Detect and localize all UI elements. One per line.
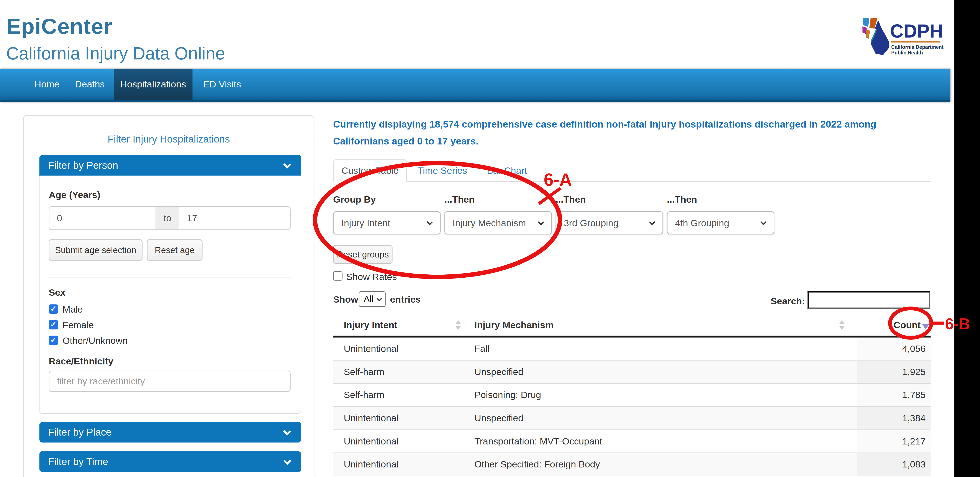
- app-title: EpiCenter: [6, 14, 112, 39]
- column-header-injury-intent[interactable]: Injury Intent: [333, 314, 470, 335]
- show-rates-checkbox[interactable]: [333, 271, 342, 281]
- app-subtitle: California Injury Data Online: [6, 44, 225, 64]
- grouping-select-3[interactable]: 3rd Grouping: [556, 211, 663, 234]
- table-row: Unintentional Unspecified 1,384: [333, 407, 931, 430]
- filter-by-person-header[interactable]: Filter by Person: [40, 155, 301, 176]
- nav-item-hospitalizations[interactable]: Hospitalizations: [114, 69, 192, 100]
- cell-injury-mechanism: Unspecified: [470, 361, 857, 383]
- filter-panel-title: Filter Injury Hospitalizations: [23, 134, 315, 145]
- logo-org-line1: California Department of: [891, 44, 944, 50]
- section-divider: [49, 277, 291, 277]
- grouping-select-2-value: Injury Mechanism: [452, 218, 526, 228]
- cell-injury-intent: Unintentional: [333, 337, 470, 360]
- screenshot-black-strip: [955, 0, 980, 477]
- search-input[interactable]: [808, 291, 930, 309]
- checked-checkbox-icon: ✓: [49, 320, 58, 329]
- sex-label: Sex: [49, 287, 65, 297]
- entries-prefix: Show: [333, 294, 358, 304]
- filter-by-time-header[interactable]: Filter by Time: [40, 451, 301, 472]
- table-row: Unintentional Other Specified: Foreign B…: [333, 453, 931, 476]
- checked-checkbox-icon: ✓: [49, 335, 58, 345]
- results-table: Injury Intent Injury Mechanism Count Uni…: [333, 314, 931, 476]
- column-header-label: Count: [894, 319, 921, 330]
- grouping-select-3-value: 3rd Grouping: [564, 218, 619, 228]
- column-header-label: Injury Mechanism: [474, 319, 554, 330]
- age-label: Age (Years): [49, 189, 100, 200]
- chevron-down-icon: [377, 296, 382, 301]
- filter-by-place-header[interactable]: Filter by Place: [40, 422, 301, 442]
- table-row: Self-harm Poisoning: Drug 1,785: [333, 384, 931, 407]
- cdph-acronym: CDPH: [890, 21, 943, 41]
- grouping-select-4-value: 4th Grouping: [675, 218, 729, 228]
- entries-select[interactable]: All: [359, 291, 386, 307]
- results-summary: Currently displaying 18,574 comprehensiv…: [333, 116, 934, 149]
- filter-by-time-label: Filter by Time: [48, 456, 108, 467]
- cell-injury-intent: Self-harm: [333, 384, 470, 406]
- cell-injury-intent: Unintentional: [333, 407, 470, 429]
- cell-injury-intent: Unintentional: [333, 430, 470, 453]
- entries-select-value: All: [364, 294, 374, 304]
- grouping-select-2[interactable]: Injury Mechanism: [444, 211, 552, 234]
- age-to-input[interactable]: 17: [179, 206, 291, 230]
- race-ethnicity-label: Race/Ethnicity: [49, 356, 113, 366]
- column-header-count[interactable]: Count: [857, 314, 931, 335]
- tab-time-series[interactable]: Time Series: [418, 165, 467, 176]
- show-rates-label: Show Rates: [346, 271, 397, 282]
- annotation-label-6a: 6-A: [544, 170, 572, 189]
- cell-injury-mechanism: Transportation: MVT-Occupant: [470, 430, 857, 453]
- cell-count: 1,785: [857, 384, 931, 406]
- nav-item-home[interactable]: Home: [34, 69, 59, 100]
- checked-checkbox-icon: ✓: [49, 304, 58, 314]
- logo-divider: [891, 41, 940, 43]
- checkbox-female-label: Female: [62, 319, 94, 331]
- checkbox-other-unknown-label: Other/Unknown: [62, 335, 127, 346]
- main-nav: Home Deaths Hospitalizations ED Visits: [0, 69, 950, 102]
- then-label-1: ...Then: [444, 194, 475, 204]
- grouping-select-1-value: Injury Intent: [341, 218, 390, 228]
- sort-icon: [456, 320, 461, 330]
- chevron-down-icon: [283, 161, 291, 169]
- tab-custom-table[interactable]: Custom Table: [333, 159, 407, 182]
- reset-age-button[interactable]: Reset age: [147, 240, 202, 261]
- age-connector: to: [156, 206, 179, 230]
- column-header-label: Injury Intent: [344, 319, 398, 330]
- chevron-down-icon: [283, 428, 291, 436]
- cdph-logo: CDPH California Department of Public Hea…: [861, 17, 944, 57]
- race-ethnicity-input[interactable]: filter by race/ethnicity: [49, 371, 291, 392]
- chevron-down-icon: [283, 457, 291, 465]
- cell-injury-intent: Unintentional: [333, 453, 470, 476]
- grouping-select-1[interactable]: Injury Intent: [333, 211, 441, 234]
- cell-count: 4,056: [857, 337, 931, 360]
- cell-injury-mechanism: Poisoning: Drug: [470, 384, 857, 406]
- chevron-down-icon: [538, 219, 544, 225]
- filter-by-person-label: Filter by Person: [48, 160, 118, 171]
- tab-bar-chart[interactable]: Bar Chart: [487, 165, 527, 176]
- cell-count: 1,083: [857, 453, 931, 476]
- then-label-3: ...Then: [667, 194, 697, 204]
- sort-descending-icon: [922, 324, 929, 329]
- grouping-select-4[interactable]: 4th Grouping: [667, 211, 774, 234]
- table-header-row: Injury Intent Injury Mechanism Count: [333, 314, 931, 337]
- then-label-2: ...Then: [556, 194, 586, 204]
- reset-groups-button[interactable]: Reset groups: [333, 245, 393, 264]
- cell-injury-intent: Self-harm: [333, 361, 470, 383]
- submit-age-button[interactable]: Submit age selection: [49, 240, 143, 261]
- table-row: Unintentional Transportation: MVT-Occupa…: [333, 430, 931, 453]
- california-shape-icon: [862, 18, 889, 55]
- cell-injury-mechanism: Other Specified: Foreign Body: [470, 453, 857, 476]
- age-from-input[interactable]: 0: [49, 206, 156, 230]
- chevron-down-icon: [427, 219, 433, 225]
- tab-divider: [333, 181, 931, 182]
- filter-by-place-label: Filter by Place: [48, 427, 111, 437]
- cell-injury-mechanism: Fall: [470, 337, 857, 360]
- cell-count: 1,384: [857, 407, 931, 429]
- nav-item-deaths[interactable]: Deaths: [75, 69, 105, 100]
- group-by-label: Group By: [333, 194, 376, 204]
- cell-count: 1,925: [857, 361, 931, 383]
- logo-org-line2: Public Health: [891, 50, 923, 56]
- checkbox-male-label: Male: [62, 304, 83, 315]
- column-header-injury-mechanism[interactable]: Injury Mechanism: [470, 314, 857, 335]
- chevron-down-icon: [760, 219, 767, 225]
- nav-item-ed-visits[interactable]: ED Visits: [203, 69, 241, 100]
- table-row: Self-harm Unspecified 1,925: [333, 361, 931, 384]
